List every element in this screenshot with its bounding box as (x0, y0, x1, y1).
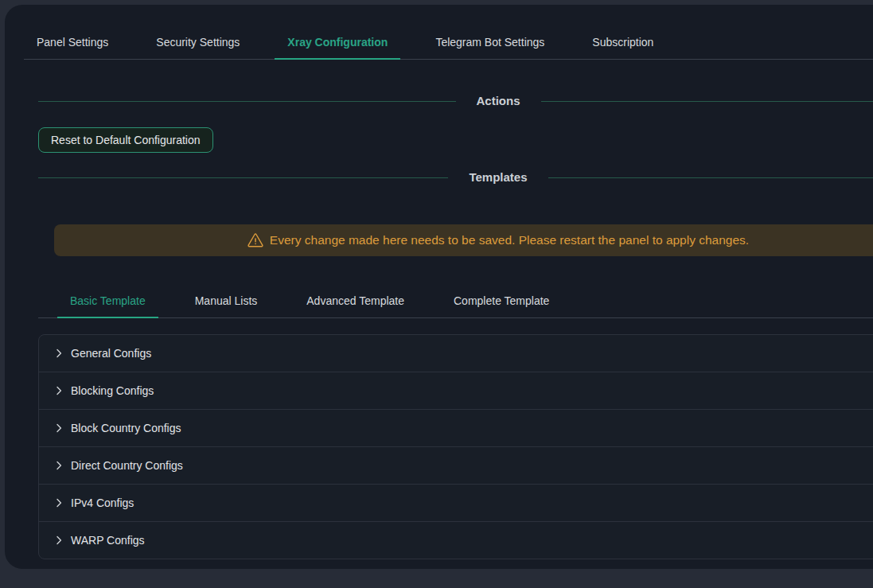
tab-label: Basic Template (70, 294, 146, 307)
settings-card: Panel Settings Security Settings Xray Co… (5, 5, 873, 569)
template-tabbar: Basic Template Manual Lists Advanced Tem… (38, 284, 873, 318)
active-tab-inkbar (275, 58, 400, 60)
tab-label: Advanced Template (306, 294, 404, 307)
collapse-header-label: Direct Country Configs (71, 459, 183, 472)
restart-warning-text: Every change made here needs to be saved… (270, 233, 749, 247)
tab-label: Panel Settings (37, 36, 108, 49)
tab-label: Manual Lists (195, 294, 258, 307)
tab-telegram-bot-settings[interactable]: Telegram Bot Settings (423, 25, 557, 59)
tab-basic-template[interactable]: Basic Template (57, 284, 158, 317)
collapse-general-configs[interactable]: General Configs (39, 335, 873, 372)
chevron-right-icon (54, 349, 64, 358)
active-tab-inkbar (57, 317, 158, 318)
restart-warning-alert: Every change made here needs to be saved… (54, 224, 873, 256)
collapse-header-label: Block Country Configs (71, 422, 181, 434)
collapse-header-label: General Configs (71, 347, 151, 360)
collapse-direct-country-configs[interactable]: Direct Country Configs (39, 447, 873, 485)
tab-xray-configuration[interactable]: Xray Configuration (275, 25, 400, 59)
reset-to-default-button[interactable]: Reset to Default Configuration (38, 127, 213, 153)
collapse-header-label: WARP Configs (71, 534, 145, 547)
settings-tabbar: Panel Settings Security Settings Xray Co… (24, 25, 873, 60)
xray-configuration-pane: Actions Reset to Default Configuration T… (24, 92, 873, 559)
actions-section-title: Actions (456, 92, 541, 110)
tab-advanced-template[interactable]: Advanced Template (294, 284, 417, 317)
configs-collapse: General Configs Blocking Configs Block C… (38, 334, 873, 559)
tab-panel-settings[interactable]: Panel Settings (24, 25, 121, 59)
chevron-right-icon (54, 386, 64, 395)
tab-subscription[interactable]: Subscription (579, 25, 666, 59)
templates-section-title: Templates (448, 169, 548, 186)
collapse-warp-configs[interactable]: WARP Configs (39, 522, 873, 559)
tab-label: Telegram Bot Settings (435, 36, 544, 49)
chevron-right-icon (54, 461, 64, 470)
tab-label: Security Settings (156, 36, 240, 49)
tab-label: Subscription (592, 36, 653, 49)
collapse-block-country-configs[interactable]: Block Country Configs (39, 410, 873, 447)
chevron-right-icon (54, 535, 64, 545)
collapse-ipv4-configs[interactable]: IPv4 Configs (39, 485, 873, 522)
warning-triangle-icon (247, 233, 263, 247)
templates-divider: Templates (38, 169, 873, 186)
tab-label: Complete Template (454, 294, 549, 307)
collapse-header-label: Blocking Configs (71, 384, 154, 397)
chevron-right-icon (54, 423, 64, 433)
actions-divider: Actions (38, 92, 873, 110)
tab-manual-lists[interactable]: Manual Lists (182, 284, 271, 317)
tab-security-settings[interactable]: Security Settings (143, 25, 252, 59)
tab-label: Xray Configuration (287, 36, 388, 49)
tab-complete-template[interactable]: Complete Template (441, 284, 562, 317)
collapse-header-label: IPv4 Configs (71, 496, 134, 509)
collapse-blocking-configs[interactable]: Blocking Configs (39, 372, 873, 410)
chevron-right-icon (54, 498, 64, 508)
